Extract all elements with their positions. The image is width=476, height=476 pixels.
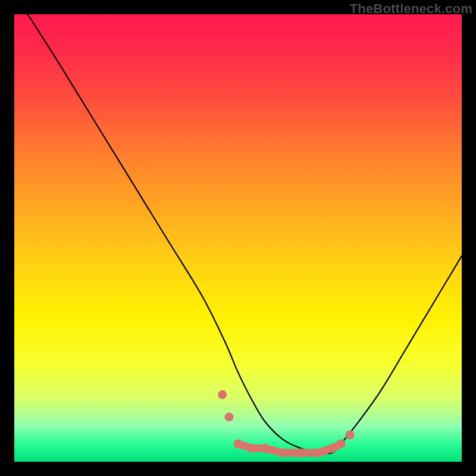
bottleneck-fit-band-point	[346, 430, 355, 439]
bottleneck-fit-band-point	[278, 449, 287, 458]
bottleneck-fit-band-point	[218, 390, 227, 399]
chart-svg	[14, 14, 462, 462]
bottleneck-fit-band-point	[247, 444, 256, 453]
watermark-text: TheBottleneck.com	[350, 1, 472, 17]
bottleneck-fit-band-point	[314, 449, 323, 458]
bottleneck-fit-band-point	[337, 439, 346, 448]
chart-frame	[14, 14, 462, 462]
bottleneck-fit-band-point	[234, 439, 243, 448]
bottleneck-fit-band-point	[327, 444, 336, 453]
bottleneck-fit-band-point	[225, 412, 234, 421]
bottleneck-fit-band	[218, 390, 354, 458]
bottleneck-curve-line	[28, 14, 462, 453]
bottleneck-fit-band-point	[296, 449, 305, 458]
bottleneck-fit-band-point	[261, 444, 270, 453]
